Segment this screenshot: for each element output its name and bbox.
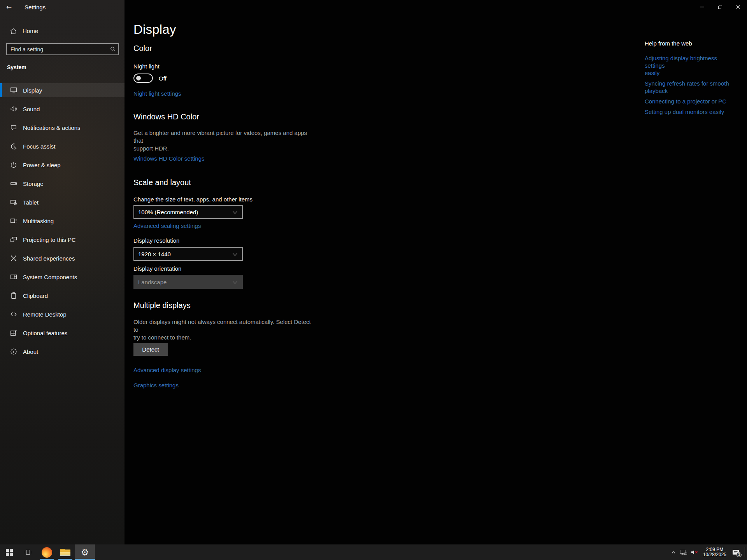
search-icon[interactable] — [110, 46, 116, 52]
resolution-dropdown-value: 747 × 560 — [138, 251, 171, 257]
sidebar-item-system-components[interactable]: System Components — [0, 270, 124, 284]
sidebar-item-multitasking[interactable]: Multitasking — [0, 214, 124, 228]
sidebar-item-sound[interactable]: Sound — [0, 102, 124, 116]
taskbar-clock[interactable]: 2:09 PM 10/28/2025 — [702, 547, 728, 557]
power-icon — [10, 161, 18, 168]
hd-color-description: Get a brighter and more vibrant picture … — [133, 129, 316, 152]
hd-color-settings-link[interactable]: Windows HD Color settings — [133, 155, 205, 162]
help-title: Help from the web — [645, 40, 738, 47]
restore-button[interactable] — [711, 0, 729, 14]
window-title: Settings — [25, 4, 46, 10]
gear-icon: ⚙ — [81, 548, 89, 557]
help-link-projector[interactable]: Connecting to a projector or PC — [645, 98, 738, 105]
sidebar-item-storage[interactable]: Storage — [0, 177, 124, 191]
clipboard-icon — [10, 292, 18, 299]
sidebar-item-projecting[interactable]: Projecting to this PC — [0, 233, 124, 247]
sidebar-item-optional-features[interactable]: Optional features — [0, 326, 124, 340]
focus-assist-icon — [10, 143, 18, 150]
help-link-dual-monitors[interactable]: Setting up dual monitors easily — [645, 108, 738, 116]
color-section-header: Color — [133, 44, 420, 53]
night-light-label: Night light — [133, 63, 420, 70]
system-components-icon — [10, 273, 18, 280]
sidebar-item-notifications[interactable]: Notifications & actions — [0, 121, 124, 135]
windows-start-icon — [6, 549, 13, 556]
night-light-state: Off — [159, 75, 167, 82]
titlebar: ← Settings — [0, 0, 124, 14]
chevron-down-icon — [233, 279, 237, 284]
file-explorer-icon — [60, 549, 70, 556]
multiple-displays-description: Older displays might not always connect … — [133, 318, 316, 341]
sidebar-item-about[interactable]: About — [0, 345, 124, 359]
search-box — [6, 43, 119, 55]
settings-window: ← Settings Home System — [0, 0, 747, 544]
night-light-toggle[interactable] — [133, 74, 153, 83]
sidebar-item-remote-desktop[interactable]: Remote Desktop — [0, 307, 124, 321]
window-controls — [693, 0, 747, 14]
action-center-button[interactable]: 3 — [731, 548, 740, 556]
chevron-down-icon — [233, 209, 237, 214]
home-label: Home — [23, 28, 38, 35]
sidebar: ← Settings Home System — [0, 0, 124, 544]
advanced-scaling-link[interactable]: Advanced scaling settings — [133, 222, 201, 229]
night-light-toggle-row: Off — [133, 74, 420, 83]
scale-section-header: Scale and layout — [133, 178, 420, 187]
graphics-settings-link[interactable]: Graphics settings — [133, 382, 179, 389]
firefox-taskbar-button[interactable] — [37, 544, 56, 560]
task-view-icon — [24, 548, 32, 556]
notifications-icon — [10, 124, 18, 131]
about-icon — [10, 348, 18, 355]
tray-date: 10/28/2025 — [703, 552, 726, 557]
orientation-dropdown: Landscape — [133, 275, 243, 289]
tablet-icon — [10, 199, 18, 206]
network-icon[interactable] — [680, 550, 687, 555]
system-tray: 2:09 PM 10/28/2025 3 — [671, 544, 747, 560]
taskbar: ⚙ 2:09 PM 10/28/2025 3 — [0, 544, 747, 560]
search-input[interactable] — [6, 43, 119, 55]
help-link-refresh-rates[interactable]: Syncing refresh rates for smooth playbac… — [645, 80, 738, 94]
minimize-button[interactable] — [693, 0, 711, 14]
show-desktop-divider[interactable] — [745, 547, 745, 557]
sidebar-item-shared-experiences[interactable]: Shared experiences — [0, 251, 124, 265]
sidebar-nav: Display Sound Notifications & actions — [0, 83, 124, 359]
tray-overflow-chevron-icon[interactable] — [671, 550, 676, 554]
optional-features-icon — [10, 329, 18, 336]
sidebar-item-tablet[interactable]: Tablet — [0, 195, 124, 209]
resolution-dropdown[interactable]: 747 × 560 — [133, 247, 243, 261]
sidebar-item-focus-assist[interactable]: Focus assist — [0, 139, 124, 153]
notification-badge: 3 — [736, 552, 742, 557]
projecting-icon — [10, 236, 18, 243]
shared-experiences-icon — [10, 255, 18, 262]
file-explorer-taskbar-button[interactable] — [56, 544, 75, 560]
toggle-knob — [136, 76, 141, 80]
task-view-button[interactable] — [19, 544, 37, 560]
start-button[interactable] — [0, 544, 19, 560]
advanced-display-settings-link[interactable]: Advanced display settings — [133, 367, 201, 374]
orientation-dropdown-value: Landscape — [138, 279, 167, 285]
firefox-icon — [42, 547, 52, 558]
sidebar-item-clipboard[interactable]: Clipboard — [0, 289, 124, 303]
close-button[interactable] — [729, 0, 747, 14]
home-icon — [10, 28, 17, 35]
multiple-displays-header: Multiple displays — [133, 301, 420, 310]
multitasking-icon — [10, 217, 18, 224]
help-panel: Help from the web Adjusting display brig… — [645, 40, 738, 116]
scale-size-label: Change the size of text, apps, and other… — [133, 196, 420, 203]
display-settings-page: Display Color Night light Off Night ligh… — [124, 0, 420, 389]
sidebar-item-power-sleep[interactable]: Power & sleep — [0, 158, 124, 172]
sidebar-item-display[interactable]: Display — [0, 83, 124, 97]
page-title: Display — [133, 22, 420, 37]
sidebar-item-home[interactable]: Home — [0, 24, 124, 38]
night-light-settings-link[interactable]: Night light settings — [133, 90, 181, 97]
back-button[interactable]: ← — [0, 0, 18, 14]
volume-muted-icon[interactable] — [691, 550, 698, 555]
orientation-label: Display orientation — [133, 265, 420, 272]
main-content: Display Color Night light Off Night ligh… — [124, 0, 747, 544]
scale-dropdown-value: 100% (Recommended) — [138, 209, 198, 215]
resolution-label: Display resolution — [133, 237, 420, 244]
settings-taskbar-button[interactable]: ⚙ — [75, 544, 95, 560]
scale-dropdown[interactable]: 100% (Recommended) — [133, 205, 243, 219]
sound-icon — [10, 105, 18, 112]
remote-desktop-icon — [10, 311, 18, 318]
help-link-brightness[interactable]: Adjusting display brightness settings ea… — [645, 54, 738, 77]
detect-button[interactable]: Detect — [133, 343, 168, 356]
